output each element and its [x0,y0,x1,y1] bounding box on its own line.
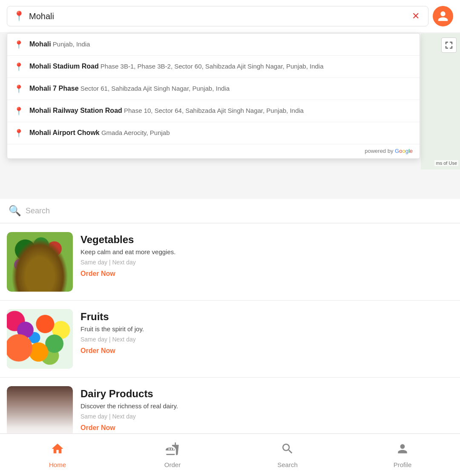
secondary-search-bar[interactable]: 🔍 Search [0,199,460,224]
nav-item-profile[interactable]: Profile [345,434,460,476]
map-expand-button[interactable] [441,37,457,53]
autocomplete-text-3: Mohali Railway Station Road Phase 10, Se… [29,106,304,115]
category-title-fruits: Fruits [80,311,453,323]
category-title-vegetables: Vegetables [80,234,453,246]
category-info-vegetables: Vegetables Keep calm and eat more veggie… [80,232,453,278]
category-timing-fruits: Same day | Next day [80,336,453,343]
category-timing-dairy: Same day | Next day [80,413,453,420]
category-desc-fruits: Fruit is the spirit of joy. [80,325,453,333]
category-info-fruits: Fruits Fruit is the spirit of joy. Same … [80,309,453,355]
category-image-vegetables [7,232,73,292]
autocomplete-item-1[interactable]: 📍 Mohali Stadium Road Phase 3B-1, Phase … [7,56,420,78]
category-image-fruits [7,309,73,369]
category-item-fruits[interactable]: Fruits Fruit is the spirit of joy. Same … [0,301,460,378]
nav-label-profile: Profile [394,461,412,468]
search-nav-icon [281,442,294,459]
home-icon [51,442,64,459]
pin-icon-3: 📍 [14,106,23,116]
order-icon [166,442,179,459]
autocomplete-item-4[interactable]: 📍 Mohali Airport Chowk Gmada Aerocity, P… [7,122,420,144]
profile-nav-icon [396,442,409,459]
clear-button[interactable]: ✕ [409,11,422,22]
autocomplete-text-2: Mohali 7 Phase Sector 61, Sahibzada Ajit… [29,84,230,93]
autocomplete-item-2[interactable]: 📍 Mohali 7 Phase Sector 61, Sahibzada Aj… [7,78,420,100]
person-icon [437,10,449,22]
pin-icon-2: 📍 [14,84,23,94]
pin-icon-1: 📍 [14,62,23,72]
user-avatar[interactable] [433,6,453,26]
category-item-vegetables[interactable]: Vegetables Keep calm and eat more veggie… [0,224,460,301]
category-desc-dairy: Discover the richness of real dairy. [80,402,453,410]
powered-by: powered by Google [7,144,420,158]
location-pin-icon: 📍 [13,11,25,22]
bottom-nav: Home Order Search Profile [0,433,460,476]
header: 📍 Mohali ✕ [0,0,460,33]
category-desc-vegetables: Keep calm and eat more veggies. [80,248,453,255]
nav-item-search[interactable]: Search [230,434,345,476]
powered-by-text: powered by [365,148,395,154]
autocomplete-dropdown: 📍 Mohali Punjab, India 📍 Mohali Stadium … [7,33,420,159]
location-search-input[interactable]: Mohali [29,11,409,21]
category-title-dairy: Dairy Products [80,388,453,400]
autocomplete-text-4: Mohali Airport Chowk Gmada Aerocity, Pun… [29,128,170,138]
order-now-button-vegetables[interactable]: Order Now [80,270,115,278]
order-now-button-fruits[interactable]: Order Now [80,347,115,355]
nav-label-order: Order [164,461,181,468]
pin-icon-4: 📍 [14,129,23,138]
map-area: ms of Use [421,33,460,169]
order-now-button-dairy[interactable]: Order Now [80,424,115,432]
nav-label-home: Home [49,461,66,468]
autocomplete-item-3[interactable]: 📍 Mohali Railway Station Road Phase 10, … [7,100,420,122]
nav-item-order[interactable]: Order [115,434,230,476]
expand-icon [445,41,453,49]
nav-item-home[interactable]: Home [0,434,115,476]
category-timing-vegetables: Same day | Next day [80,259,453,266]
autocomplete-text-1: Mohali Stadium Road Phase 3B-1, Phase 3B… [29,62,324,71]
search-placeholder-text: Search [26,206,50,215]
nav-label-search: Search [277,461,298,468]
autocomplete-item-0[interactable]: 📍 Mohali Punjab, India [7,34,420,56]
search-icon: 🔍 [9,205,21,217]
category-info-dairy: Dairy Products Discover the richness of … [80,386,453,432]
location-search-container: 📍 Mohali ✕ [7,6,428,26]
autocomplete-text-0: Mohali Punjab, India [29,40,90,49]
map-terms-text: ms of Use [434,160,458,166]
pin-icon-0: 📍 [14,40,23,49]
